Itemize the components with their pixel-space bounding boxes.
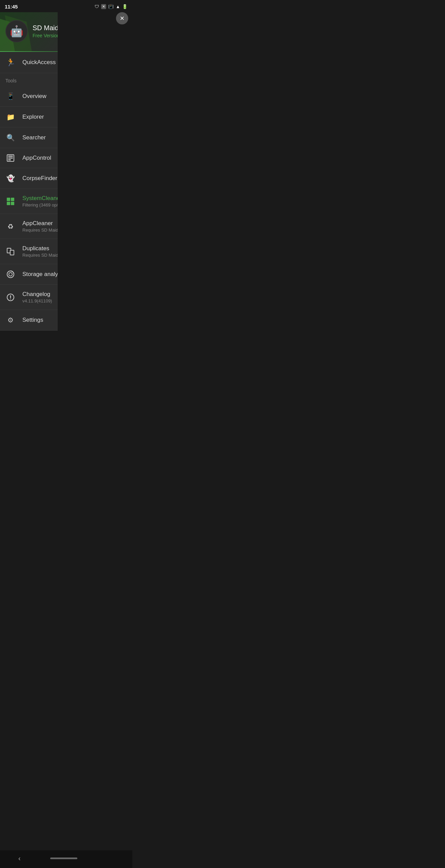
right-panel-overlay [58,12,132,331]
app-logo: 🤖 [5,20,28,42]
searcher-icon: 🔍 [5,134,16,142]
svg-rect-5 [11,198,14,201]
svg-rect-6 [7,202,10,205]
svg-rect-9 [10,250,14,255]
explorer-icon: 📁 [5,113,16,121]
status-icons: 🛡 ✕ 📳 ▲ 🔋 [95,4,128,9]
vibrate-icon: 📳 [108,4,114,9]
status-bar: 11:45 🛡 ✕ 📳 ▲ 🔋 [0,0,132,12]
systemcleaner-icon [5,197,16,205]
svg-rect-1 [8,156,13,157]
svg-rect-3 [8,159,11,160]
wifi-icon: ▲ [116,4,120,9]
svg-point-13 [10,298,11,299]
svg-rect-7 [11,202,14,205]
quickaccess-icon: 🏃 [5,58,16,67]
svg-rect-2 [8,158,13,159]
settings-icon: ⚙ [5,316,16,324]
shield-icon: 🛡 [95,4,99,9]
duplicates-icon [5,248,16,256]
status-time: 11:45 [5,4,18,9]
svg-point-11 [9,273,12,276]
svg-rect-4 [7,198,10,201]
appcleaner-icon: ♻ [5,222,16,231]
battery-icon: 🔋 [122,4,128,9]
changelog-icon [5,293,16,301]
close-overlay-button[interactable]: ✕ [116,12,128,24]
notification-close-icon: ✕ [101,4,106,9]
appcontrol-icon [5,154,16,162]
corpsefinder-icon: 👻 [5,174,16,182]
overview-icon: 📱 [5,92,16,100]
storageanalyzer-icon [5,270,16,278]
